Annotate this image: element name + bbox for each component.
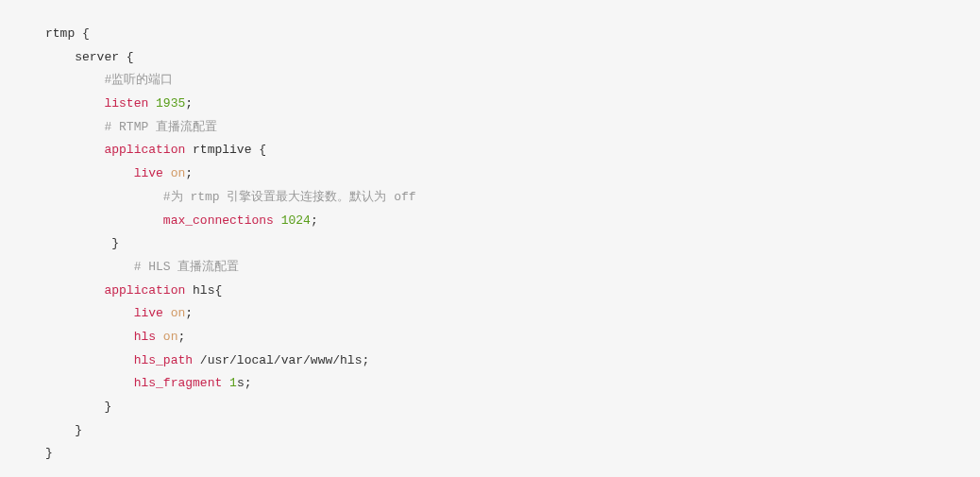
token-brace: }	[45, 446, 53, 460]
token-plain: s;	[237, 376, 252, 390]
token-plain: server	[75, 50, 127, 64]
token-keyword: max_connections	[163, 213, 274, 228]
code-line: max_connections 1024;	[45, 210, 935, 233]
token-comment: # HLS 直播流配置	[134, 260, 240, 274]
token-plain	[156, 330, 163, 344]
code-line: hls on;	[45, 326, 935, 349]
code-line: application hls{	[45, 280, 935, 303]
token-brace: }	[111, 236, 119, 250]
token-plain: ;	[177, 330, 185, 344]
code-line: hls_fragment 1s;	[45, 372, 935, 396]
token-keyword: live	[134, 166, 163, 180]
indent	[45, 50, 75, 64]
token-plain: /usr/local/var/www/hls;	[193, 353, 369, 367]
token-number: 1024	[281, 213, 311, 228]
code-line: }	[45, 442, 935, 466]
code-line: rtmp {	[45, 23, 935, 46]
token-brace: {	[214, 283, 222, 298]
token-plain: ;	[185, 96, 193, 111]
code-line: #监听的端口	[45, 69, 935, 93]
code-line: # HLS 直播流配置	[45, 256, 935, 280]
indent	[45, 283, 104, 298]
token-plain	[274, 213, 281, 228]
indent	[45, 166, 134, 180]
indent	[45, 96, 104, 111]
token-keyword: application	[104, 143, 185, 157]
token-plain	[163, 166, 171, 180]
code-line: }	[45, 396, 935, 419]
token-comment: #为 rtmp 引擎设置最大连接数。默认为 off	[163, 190, 416, 204]
indent	[45, 353, 134, 367]
code-line: live on;	[45, 162, 935, 186]
indent	[45, 143, 104, 157]
token-keyword: hls	[134, 330, 156, 344]
token-brace: {	[82, 26, 90, 41]
code-line: hls_path /usr/local/var/www/hls;	[45, 349, 935, 373]
token-number: 1935	[156, 96, 185, 111]
token-plain: ;	[311, 213, 318, 228]
indent	[45, 190, 163, 204]
indent	[45, 306, 134, 320]
token-comment: # RTMP 直播流配置	[104, 120, 217, 134]
token-brace: }	[75, 423, 82, 437]
token-keyword: hls_fragment	[134, 376, 223, 390]
code-line: #为 rtmp 引擎设置最大连接数。默认为 off	[45, 186, 935, 210]
token-keyword: listen	[104, 96, 148, 111]
token-plain	[222, 376, 229, 390]
token-plain: ;	[185, 166, 193, 180]
token-value: on	[171, 166, 186, 180]
token-plain: rtmp	[45, 26, 82, 41]
code-line: }	[45, 232, 935, 256]
token-brace: {	[259, 143, 266, 157]
indent	[45, 330, 134, 344]
token-value: on	[171, 306, 186, 320]
token-keyword: live	[134, 306, 163, 320]
token-brace: {	[127, 50, 134, 64]
token-value: on	[163, 330, 178, 344]
code-line: listen 1935;	[45, 93, 935, 116]
token-plain	[163, 306, 171, 320]
token-comment: #监听的端口	[104, 73, 173, 87]
token-plain: rtmplive	[185, 143, 259, 157]
token-number: 1	[229, 376, 237, 390]
code-line: application rtmplive {	[45, 139, 935, 162]
token-plain	[148, 96, 156, 111]
indent	[45, 400, 104, 414]
token-brace: }	[104, 400, 111, 414]
code-line: }	[45, 419, 935, 443]
indent	[45, 236, 104, 250]
indent	[45, 423, 75, 437]
indent	[45, 376, 134, 390]
indent	[45, 120, 104, 134]
code-line: server {	[45, 46, 935, 70]
code-block: rtmp { server { #监听的端口 listen 1935; # RT…	[45, 23, 935, 466]
token-keyword: application	[104, 283, 185, 298]
code-line: live on;	[45, 302, 935, 326]
code-line: # RTMP 直播流配置	[45, 116, 935, 140]
token-plain: ;	[185, 306, 193, 320]
token-keyword: hls_path	[134, 353, 193, 367]
indent	[45, 73, 104, 87]
indent	[45, 213, 163, 228]
token-plain: hls	[185, 283, 214, 298]
indent	[45, 260, 134, 274]
